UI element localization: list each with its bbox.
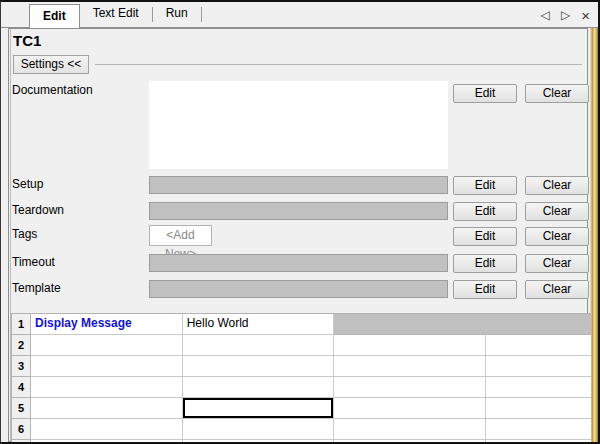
grid-row-7-clipped — [12, 440, 591, 444]
grid-cell-keyword[interactable]: Display Message — [31, 314, 183, 335]
teardown-label: Teardown — [12, 203, 64, 217]
template-row: Template Edit Clear — [9, 279, 587, 300]
row-number[interactable]: 1 — [12, 314, 31, 335]
grid-cell — [486, 440, 591, 444]
test-case-editor-panel: TC1 Settings << Documentation Edit Clear… — [8, 28, 588, 442]
grid-cell[interactable] — [486, 335, 591, 356]
grid-cell[interactable] — [486, 377, 591, 398]
documentation-label: Documentation — [12, 83, 93, 97]
grid-cell[interactable] — [31, 356, 183, 377]
template-label: Template — [12, 281, 61, 295]
row-number[interactable]: 5 — [12, 398, 31, 419]
setup-row: Setup Edit Clear — [9, 175, 587, 196]
row-number[interactable]: 3 — [12, 356, 31, 377]
ride-editor-window: Edit Text Edit Run ◁ ▷ × TC1 Settings <<… — [0, 0, 600, 444]
grid-row-4: 4 — [12, 377, 591, 398]
grid-cell[interactable] — [334, 314, 486, 335]
template-value-field[interactable] — [149, 280, 448, 298]
timeout-label: Timeout — [12, 255, 55, 269]
close-tab-icon[interactable]: × — [581, 8, 590, 23]
tags-add-new-button[interactable]: <Add New> — [149, 225, 212, 246]
tags-edit-button[interactable]: Edit — [453, 227, 517, 246]
template-edit-button[interactable]: Edit — [453, 280, 517, 299]
grid-cell[interactable] — [334, 335, 486, 356]
grid-row-3: 3 — [12, 356, 591, 377]
timeout-value-field[interactable] — [149, 254, 448, 272]
scroll-right-icon[interactable]: ▷ — [561, 9, 570, 21]
setup-value-field[interactable] — [149, 176, 448, 194]
grid-cell[interactable] — [183, 356, 335, 377]
grid-cell — [31, 440, 183, 444]
grid-cell[interactable] — [31, 419, 183, 440]
grid-row-1: 1 Display Message Hello World — [12, 314, 591, 335]
template-clear-button[interactable]: Clear — [525, 280, 589, 299]
test-case-title: TC1 — [13, 32, 41, 49]
grid-row-5: 5 — [12, 398, 591, 419]
grid-cell-argument[interactable]: Hello World — [183, 314, 335, 335]
selected-grid-cell[interactable] — [183, 398, 335, 419]
row-number — [12, 440, 31, 444]
splitter-sash[interactable] — [590, 28, 598, 442]
notebook-tab-bar: Edit Text Edit Run ◁ ▷ × — [1, 2, 598, 28]
grid-row-6: 6 — [12, 419, 591, 440]
timeout-clear-button[interactable]: Clear — [525, 254, 589, 273]
grid-cell[interactable] — [31, 398, 183, 419]
setup-label: Setup — [12, 177, 43, 191]
grid-cell[interactable] — [486, 314, 591, 335]
teardown-row: Teardown Edit Clear — [9, 201, 587, 222]
tags-row: Tags <Add New> Edit Clear — [9, 225, 587, 246]
grid-cell[interactable] — [334, 356, 486, 377]
tab-text-edit[interactable]: Text Edit — [80, 1, 152, 27]
grid-cell — [183, 440, 335, 444]
teardown-clear-button[interactable]: Clear — [525, 202, 589, 221]
settings-separator-line — [95, 64, 582, 65]
grid-cell — [334, 440, 486, 444]
documentation-edit-button[interactable]: Edit — [453, 84, 517, 103]
grid-cell[interactable] — [334, 398, 486, 419]
grid-cell[interactable] — [486, 419, 591, 440]
scroll-left-icon[interactable]: ◁ — [541, 9, 550, 21]
tags-clear-button[interactable]: Clear — [525, 227, 589, 246]
grid-cell[interactable] — [334, 377, 486, 398]
grid-cell[interactable] — [183, 419, 335, 440]
row-number[interactable]: 6 — [12, 419, 31, 440]
grid-cell[interactable] — [31, 377, 183, 398]
grid-row-2: 2 — [12, 335, 591, 356]
row-number[interactable]: 2 — [12, 335, 31, 356]
grid-cell[interactable] — [183, 335, 335, 356]
timeout-row: Timeout Edit Clear — [9, 253, 587, 274]
grid-cell[interactable] — [31, 335, 183, 356]
tab-divider — [201, 7, 202, 22]
timeout-edit-button[interactable]: Edit — [453, 254, 517, 273]
teardown-edit-button[interactable]: Edit — [453, 202, 517, 221]
tab-edit[interactable]: Edit — [29, 4, 80, 28]
tab-run[interactable]: Run — [153, 1, 201, 27]
grid-cell[interactable] — [486, 398, 591, 419]
setup-edit-button[interactable]: Edit — [453, 176, 517, 195]
settings-toggle-button[interactable]: Settings << — [13, 55, 89, 74]
teardown-value-field[interactable] — [149, 202, 448, 220]
test-steps-grid: 1 Display Message Hello World 2 3 — [11, 313, 591, 444]
tags-label: Tags — [12, 227, 37, 241]
documentation-row: Documentation Edit Clear — [9, 81, 587, 173]
tab-nav-controls: ◁ ▷ × — [541, 2, 590, 28]
grid-cell[interactable] — [486, 356, 591, 377]
setup-clear-button[interactable]: Clear — [525, 176, 589, 195]
documentation-clear-button[interactable]: Clear — [525, 84, 589, 103]
grid-cell[interactable] — [183, 377, 335, 398]
row-number[interactable]: 4 — [12, 377, 31, 398]
documentation-value-box[interactable] — [149, 81, 448, 169]
grid-cell[interactable] — [334, 419, 486, 440]
